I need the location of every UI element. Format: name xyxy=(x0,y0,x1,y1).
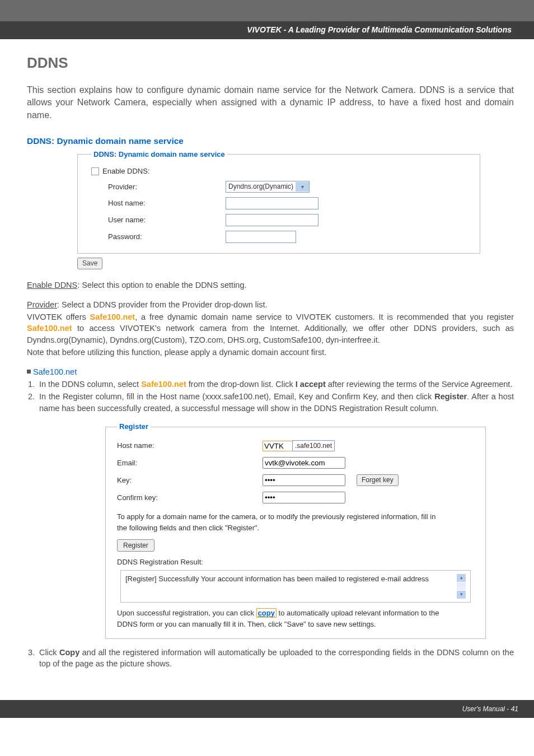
provider-desc: VIVOTEK offers Safe100.net, a free dynam… xyxy=(27,311,514,346)
enable-ddns-label: Enable DDNS: xyxy=(102,166,150,176)
provider-line: Provider: Select a DDNS provider from th… xyxy=(27,299,514,310)
reg-hostname-label: Host name: xyxy=(117,441,263,451)
result-scrollbar[interactable]: ▴ ▾ xyxy=(457,574,466,599)
page-title: DDNS xyxy=(27,53,514,73)
footer-bar: User's Manual - 41 xyxy=(0,700,534,718)
enable-ddns-term: Enable DDNS xyxy=(27,281,77,290)
save-button[interactable]: Save xyxy=(77,258,102,269)
footer-text: User's Manual - 41 xyxy=(462,705,518,713)
step-2: In the Register column, fill in the Host… xyxy=(37,391,514,414)
prov-a: VIVOTEK offers xyxy=(27,312,90,321)
enable-ddns-row: Enable DDNS: xyxy=(91,164,466,179)
reg-confirm-input[interactable] xyxy=(263,492,345,503)
header-brand-text: VIVOTEK - A Leading Provider of Multimed… xyxy=(247,25,512,34)
scroll-track xyxy=(457,582,466,590)
provider-label: Provider: xyxy=(91,182,226,192)
hostname-row: Host name: xyxy=(91,195,466,212)
prov-b: , a free dynamic domain name service to … xyxy=(135,312,514,321)
chevron-down-icon: ▾ xyxy=(296,182,309,192)
reg-result-label: DDNS Registration Result: xyxy=(117,557,474,567)
register-button[interactable]: Register xyxy=(117,539,154,552)
provider-select-value: Dyndns.org(Dynamic) xyxy=(226,182,296,192)
password-input[interactable] xyxy=(226,231,296,243)
username-row: User name: xyxy=(91,212,466,228)
reg-para1: To apply for a domain name for the camer… xyxy=(117,512,474,522)
result-box: [Register] Successfully Your account inf… xyxy=(120,570,471,603)
reg-key-row: Key: Forget key xyxy=(117,472,474,489)
s3-bold: Copy xyxy=(59,648,79,657)
s1b: from the drop-down list. Click xyxy=(186,380,296,389)
enable-ddns-desc-text: : Select this option to enable the DDNS … xyxy=(77,281,246,290)
step-1: In the DDNS column, select Safe100.net f… xyxy=(37,379,514,390)
username-label: User name: xyxy=(91,215,226,225)
safe100-bullet: Safe100.net xyxy=(27,366,514,377)
provider-term: Provider xyxy=(27,300,57,309)
reg-hostname-input[interactable] xyxy=(263,441,293,451)
hostname-input[interactable] xyxy=(226,197,318,209)
steps-list: In the DDNS column, select Safe100.net f… xyxy=(27,379,514,414)
enable-ddns-checkbox[interactable] xyxy=(91,167,99,175)
enable-ddns-desc: Enable DDNS: Select this option to enabl… xyxy=(27,279,514,291)
s2-bold: Register xyxy=(434,392,467,401)
hostname-label: Host name: xyxy=(91,198,226,208)
upon2: to automatically upload relevant informa… xyxy=(277,609,439,617)
reg-key-input[interactable] xyxy=(263,474,345,486)
register-legend: Register xyxy=(117,422,151,432)
reg-hostname-row: Host name: .safe100.net xyxy=(117,437,474,454)
content-area: DDNS This section explains how to config… xyxy=(0,39,534,700)
prov-c: to access VIVOTEK's network camera from … xyxy=(27,324,514,344)
reg-key-label: Key: xyxy=(117,475,263,486)
square-bullet-icon xyxy=(27,370,31,374)
ddns-fieldset: DDNS: Dynamic domain name service Enable… xyxy=(77,150,480,254)
safe100-link-3[interactable]: Safe100.net xyxy=(141,380,186,389)
ddns-section-header: DDNS: Dynamic domain name service xyxy=(27,135,514,147)
s1a: In the DDNS column, select xyxy=(39,380,141,389)
scroll-up-icon[interactable]: ▴ xyxy=(457,574,466,582)
reg-email-row: Email: xyxy=(117,454,474,472)
provider-after: : Select a DDNS provider from the Provid… xyxy=(57,300,268,309)
reg-hostname-suffix: .safe100.net xyxy=(292,440,335,451)
steps-list-3: Click Copy and all the registered inform… xyxy=(27,647,514,670)
intro-paragraph: This section explains how to configure d… xyxy=(27,84,514,122)
scroll-down-icon[interactable]: ▾ xyxy=(457,591,466,599)
s1c: after reviewing the terms of the Service… xyxy=(326,380,513,389)
reg-email-label: Email: xyxy=(117,458,263,468)
reg-confirm-label: Confirm key: xyxy=(117,493,263,503)
upon1: Upon successful registration, you can cl… xyxy=(117,609,256,617)
safe100-link-2[interactable]: Safe100.net xyxy=(27,324,72,333)
reg-confirm-row: Confirm key: xyxy=(117,489,474,506)
top-spacer xyxy=(0,0,534,21)
provider-row: Provider: Dyndns.org(Dynamic) ▾ xyxy=(91,179,466,195)
copy-link[interactable]: copy xyxy=(256,608,277,618)
upon-line-2: DDNS form or you can manually fill it in… xyxy=(117,619,474,629)
reg-email-input[interactable] xyxy=(263,457,345,469)
provider-note: Note that before utilizing this function… xyxy=(27,347,514,358)
password-row: Password: xyxy=(91,228,466,245)
provider-select[interactable]: Dyndns.org(Dynamic) ▾ xyxy=(226,181,310,193)
s3a: Click xyxy=(39,648,59,657)
upon-line-1: Upon successful registration, you can cl… xyxy=(117,608,474,618)
reg-para2: the following fields and then click "Reg… xyxy=(117,523,474,533)
safe100-heading: Safe100.net xyxy=(33,366,77,377)
s2a: In the Register column, fill in the Host… xyxy=(39,392,434,401)
ddns-legend: DDNS: Dynamic domain name service xyxy=(91,150,227,160)
s1-bold: I accept xyxy=(296,380,326,389)
register-fieldset: Register Host name: .safe100.net Email: … xyxy=(105,422,486,639)
result-text: [Register] Successfully Your account inf… xyxy=(125,574,457,584)
forget-key-button[interactable]: Forget key xyxy=(357,474,399,486)
safe100-link-1[interactable]: Safe100.net xyxy=(90,312,135,321)
password-label: Password: xyxy=(91,232,226,242)
s3b: and all the registered information will … xyxy=(39,648,514,668)
step-3: Click Copy and all the registered inform… xyxy=(37,647,514,670)
username-input[interactable] xyxy=(226,214,318,226)
intro-text: This section explains how to configure d… xyxy=(27,84,514,122)
header-bar: VIVOTEK - A Leading Provider of Multimed… xyxy=(0,21,534,39)
